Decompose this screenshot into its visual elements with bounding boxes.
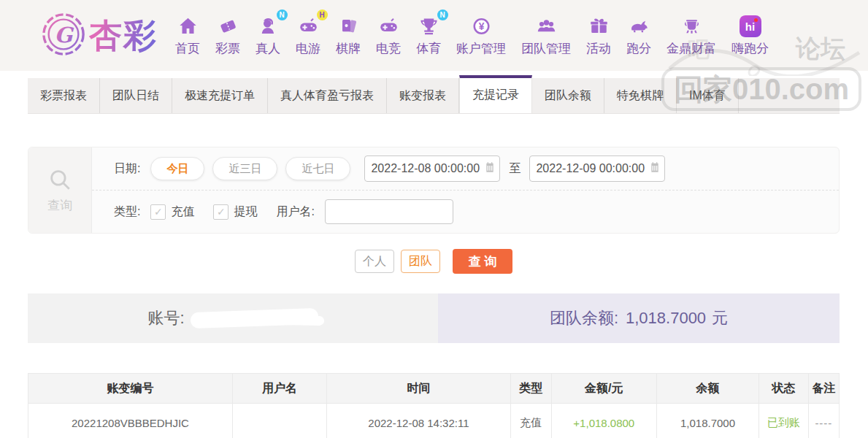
- tab-8[interactable]: IM体育: [677, 78, 739, 113]
- summary-bar: 账号: 团队余额: 1,018.7000 元: [28, 293, 840, 343]
- tab-1[interactable]: 团队日结: [100, 78, 172, 113]
- main-content: 查询 日期: 今日近三日近七日 2022-12-08 00:00:00 至 20…: [28, 147, 840, 438]
- col-header-5: 余额: [657, 374, 759, 404]
- col-header-7: 备注: [808, 374, 839, 404]
- nav-item-label: 活动: [586, 40, 611, 57]
- type-label: 类型:: [114, 204, 140, 220]
- nav-item-label: 电竞: [376, 40, 401, 57]
- range-pill-0[interactable]: 今日: [150, 157, 204, 180]
- nav-item-team[interactable]: 团队管理: [521, 14, 571, 57]
- cell-r0-c4: +1,018.0800: [551, 404, 656, 438]
- tab-5[interactable]: 充提记录: [459, 75, 532, 113]
- actions-row: 个人 团队 查 询: [28, 249, 840, 274]
- gift-icon: [588, 14, 610, 39]
- nav-item-home[interactable]: 首页: [175, 14, 200, 57]
- date-to-value: 2022-12-09 00:00:00: [536, 162, 645, 175]
- tab-4[interactable]: 账变报表: [387, 78, 459, 113]
- col-header-1: 用户名: [232, 374, 326, 404]
- username-input[interactable]: [325, 199, 453, 224]
- nav-item-egame[interactable]: H电游: [296, 14, 320, 57]
- cards-icon: [337, 14, 360, 39]
- date-from-picker[interactable]: 2022-12-08 00:00:00: [364, 155, 500, 182]
- brand-logo[interactable]: G 杏彩: [41, 12, 158, 60]
- nav-item-account[interactable]: ¥账户管理: [456, 14, 506, 57]
- ticket-icon: [217, 14, 239, 39]
- calendar-icon: [649, 161, 661, 176]
- nav-item-gift[interactable]: 活动: [586, 14, 611, 57]
- nav-item-label: 彩票: [215, 40, 240, 57]
- svg-text:G: G: [55, 22, 74, 47]
- nav-item-rhino[interactable]: 跑分: [626, 14, 651, 57]
- hi-icon: hi: [740, 14, 761, 39]
- range-pill-2[interactable]: 近七日: [285, 157, 350, 180]
- nav-item-sports[interactable]: N体育: [416, 14, 441, 57]
- nav-item-cards[interactable]: 棋牌: [336, 14, 361, 57]
- nav-item-hi[interactable]: hi嗨跑分: [731, 14, 769, 57]
- records-table: 账变编号用户名时间类型金额/元余额状态备注 20221208VBBBEDHJIC…: [28, 373, 840, 438]
- nav-item-label: 真人: [256, 40, 280, 57]
- nav-item-live[interactable]: N真人: [256, 14, 280, 57]
- search-side-label: 查询: [47, 197, 72, 214]
- sports-icon: N: [418, 14, 440, 39]
- personal-button[interactable]: 个人: [355, 250, 394, 273]
- live-icon: N: [257, 14, 280, 39]
- date-filter-row: 日期: 今日近三日近七日 2022-12-08 00:00:00 至 2022-…: [92, 147, 839, 191]
- nav-item-esports[interactable]: 电竞: [376, 14, 401, 57]
- svg-text:¥: ¥: [478, 21, 484, 32]
- query-button[interactable]: 查 询: [453, 249, 512, 274]
- tab-0[interactable]: 彩票报表: [28, 78, 100, 113]
- page: G 杏彩 首页彩票N真人H电游棋牌电竞N体育¥账户管理团队管理活动跑分金鼎财富h…: [0, 0, 868, 438]
- nav-item-label: 团队管理: [521, 40, 571, 57]
- account-label: 账号:: [147, 307, 184, 329]
- cell-r0-c1: [232, 404, 326, 438]
- brand-emblem-icon: G: [41, 12, 86, 60]
- username-label: 用户名:: [276, 204, 314, 220]
- egame-icon: H: [297, 14, 320, 39]
- rhino-icon: [628, 14, 650, 39]
- date-to-picker[interactable]: 2022-12-09 00:00:00: [529, 155, 665, 182]
- tab-2[interactable]: 极速充提订单: [172, 78, 268, 113]
- date-label: 日期:: [114, 161, 140, 177]
- filter-panel: 查询 日期: 今日近三日近七日 2022-12-08 00:00:00 至 20…: [28, 147, 840, 234]
- team-button[interactable]: 团队: [401, 250, 440, 273]
- cell-r0-c0: 20221208VBBBEDHJIC: [28, 404, 233, 438]
- table-header-row: 账变编号用户名时间类型金额/元余额状态备注: [28, 374, 840, 404]
- type-checkboxes: ✓充值✓提现: [150, 204, 276, 220]
- type-option-label: 提现: [234, 204, 257, 220]
- col-header-4: 金额/元: [551, 374, 656, 404]
- nav-item-ticket[interactable]: 彩票: [215, 14, 240, 57]
- nav-badge-h-icon: H: [317, 9, 328, 20]
- team-balance-label: 团队余额:: [550, 307, 618, 329]
- cell-r0-c2: 2022-12-08 14:32:11: [326, 404, 510, 438]
- search-side-button[interactable]: 查询: [28, 147, 92, 233]
- account-value-redacted: [190, 308, 318, 328]
- col-header-2: 时间: [326, 374, 510, 404]
- report-tab-strip: 彩票报表团队日结极速充提订单真人体育盈亏报表账变报表充提记录团队余额特免棋牌IM…: [28, 78, 840, 114]
- quick-range-pills: 今日近三日近七日: [150, 157, 358, 180]
- type-option-label: 充值: [171, 204, 194, 220]
- top-header: G 杏彩 首页彩票N真人H电游棋牌电竞N体育¥账户管理团队管理活动跑分金鼎财富h…: [0, 0, 868, 71]
- date-to-label: 至: [509, 161, 521, 177]
- checkbox-check-icon[interactable]: ✓: [213, 204, 228, 220]
- team-balance-section: 团队余额: 1,018.7000 元: [438, 293, 840, 343]
- brand-name: 杏彩: [89, 14, 158, 58]
- tab-6[interactable]: 团队余额: [532, 78, 604, 113]
- nav-item-wealth[interactable]: 金鼎财富: [667, 14, 716, 57]
- checkbox-check-icon[interactable]: ✓: [150, 204, 166, 220]
- type-filter-row: 类型: ✓充值✓提现 用户名:: [92, 191, 839, 233]
- col-header-0: 账变编号: [28, 374, 233, 404]
- tab-3[interactable]: 真人体育盈亏报表: [268, 78, 387, 113]
- calendar-icon: [484, 161, 496, 176]
- account-section: 账号:: [28, 293, 438, 343]
- nav-item-label: 金鼎财富: [667, 40, 716, 57]
- range-pill-1[interactable]: 近三日: [212, 157, 277, 180]
- wealth-icon: [680, 14, 703, 39]
- type-option-1[interactable]: ✓提现: [213, 204, 276, 220]
- esports-icon: [377, 14, 400, 39]
- type-option-0[interactable]: ✓充值: [150, 204, 213, 220]
- magnifier-icon: [47, 167, 72, 195]
- account-icon: ¥: [470, 14, 493, 39]
- nav-badge-n-icon: N: [437, 9, 448, 20]
- tab-7[interactable]: 特免棋牌: [604, 78, 677, 113]
- nav-item-label: 电游: [296, 40, 320, 57]
